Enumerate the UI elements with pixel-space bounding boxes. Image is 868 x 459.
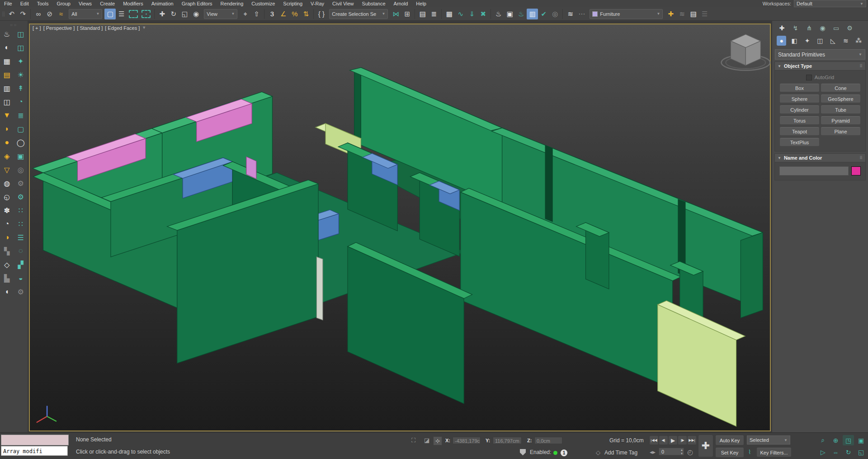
viewport-frame[interactable] <box>29 24 771 431</box>
leftbar-icon[interactable]: ▽ <box>1 166 13 174</box>
leftbar-icon[interactable]: ◖ <box>1 288 13 296</box>
menu-animation[interactable]: Animation <box>147 0 178 7</box>
leftbar-icon[interactable]: ◇ <box>1 260 13 269</box>
button-plane[interactable]: Plane <box>821 127 860 136</box>
menu-group[interactable]: Group <box>52 0 75 7</box>
orbit-icon[interactable]: ↻ <box>843 447 854 457</box>
leftbar-icon[interactable]: ▦ <box>1 57 13 66</box>
select-and-link-icon[interactable]: ∞ <box>33 9 44 19</box>
leftbar-icon[interactable]: ◎ <box>15 166 27 174</box>
object-color-swatch[interactable] <box>851 166 861 175</box>
hierarchy-tab[interactable]: ⋔ <box>804 23 814 33</box>
menu-views[interactable]: Views <box>75 0 96 7</box>
menu-tools[interactable]: Tools <box>33 0 53 7</box>
render-check-icon[interactable]: ✔ <box>538 9 549 19</box>
menu-graph-editors[interactable]: Graph Editors <box>178 0 217 7</box>
align-icon[interactable]: ⊞ <box>401 9 413 19</box>
leftbar-icon[interactable]: ▥ <box>1 84 13 93</box>
leftbar-icon[interactable]: ☰ <box>15 233 27 242</box>
leftbar-icon[interactable]: ✦ <box>15 57 27 66</box>
leftbar-icon[interactable]: ♨ <box>1 30 13 38</box>
utilities-tab[interactable]: ⚙ <box>844 23 855 33</box>
scene-explorer-icon[interactable]: ▤ <box>417 9 428 19</box>
dope-sheet-icon[interactable]: ⇓ <box>466 9 477 19</box>
leftbar-icon[interactable]: ◯ <box>15 138 27 147</box>
stack-gray-icon[interactable]: ☰ <box>699 9 710 19</box>
menu-arnold[interactable]: Arnold <box>390 0 412 7</box>
leftbar-icon[interactable]: ◫ <box>15 43 27 52</box>
line-dots-icon[interactable]: ⋯ <box>576 9 587 19</box>
activeshade-icon[interactable]: ▥ <box>527 9 538 19</box>
create-new-layer-icon[interactable]: ✚ <box>665 9 676 19</box>
named-selection-dropdown[interactable]: Create Selection Se▼ <box>329 9 388 19</box>
leftbar-icon[interactable]: ⚙ <box>15 179 27 188</box>
button-sphere[interactable]: Sphere <box>780 95 819 103</box>
leftbar-icon[interactable]: ▚ <box>1 247 13 256</box>
button-pyramid[interactable]: Pyramid <box>821 116 860 125</box>
viewport-menu-pov[interactable]: [ Perspective ] <box>43 25 75 31</box>
space-warps-tab[interactable]: ≋ <box>841 36 850 46</box>
layer-explorer-icon[interactable]: ≣ <box>428 9 439 19</box>
leftbar-icon[interactable]: ◒ <box>15 274 27 282</box>
maximize-viewport-icon[interactable]: ◱ <box>855 447 867 457</box>
leftbar-icon[interactable]: ◌ <box>15 247 27 255</box>
select-and-place-icon[interactable]: ◉ <box>190 9 202 19</box>
leftbar-icon[interactable]: ☀ <box>15 71 27 79</box>
leftbar-icon[interactable]: ▼ <box>1 111 13 119</box>
motion-mixer-icon[interactable]: ✖ <box>477 9 489 19</box>
add-time-tag-label[interactable]: Add Time Tag <box>604 450 637 456</box>
y-coordinate-field[interactable]: 116,797cm <box>493 437 522 444</box>
geometry-tab[interactable]: ● <box>777 36 786 46</box>
leftbar-icon[interactable]: ● <box>1 138 13 147</box>
snaps-toggle-icon[interactable]: 3 <box>266 9 278 19</box>
leftbar-icon[interactable]: ▤ <box>1 71 13 79</box>
maxscript-mini-listener-pink[interactable] <box>1 435 69 445</box>
select-and-rotate-icon[interactable]: ↻ <box>168 9 179 19</box>
field-of-view-icon[interactable]: ▷ <box>817 447 829 457</box>
zoom-extents-all-icon[interactable]: ▣ <box>855 435 867 445</box>
window-crossing-icon[interactable]: ▪ <box>142 10 151 18</box>
leftbar-icon[interactable]: ◈ <box>1 152 13 161</box>
object-type-rollout-header[interactable]: ▼ Object Type ⠿ <box>774 62 866 71</box>
viewport-menu-shading[interactable]: [ Standard ] <box>77 25 103 31</box>
left-toolbar-drag-handle-icon[interactable]: ⠶⠶ <box>0 23 28 27</box>
button-geosphere[interactable]: GeoSphere <box>821 95 860 103</box>
leftbar-icon[interactable]: ◑ <box>1 233 13 241</box>
display-tab[interactable]: ▭ <box>831 23 841 33</box>
select-object-icon[interactable]: ▢ <box>104 9 116 19</box>
go-to-start-button[interactable]: |◀◀ <box>650 436 658 445</box>
name-color-rollout-header[interactable]: ▼ Name and Color ⠿ <box>774 153 866 162</box>
key-selection-dropdown[interactable]: Selected ▼ <box>747 435 790 445</box>
zoom-icon[interactable]: ⌕ <box>817 435 829 445</box>
current-frame-field[interactable]: 0 ▲▼ <box>659 448 684 455</box>
button-torus[interactable]: Torus <box>780 116 819 125</box>
rectangular-selection-region-icon[interactable] <box>129 10 138 18</box>
key-tangent-icon[interactable]: ⌇ <box>748 449 751 455</box>
leftbar-icon[interactable]: ▙ <box>1 274 13 283</box>
button-cylinder[interactable]: Cylinder <box>780 105 819 114</box>
frame-spinner[interactable]: ▲▼ <box>680 448 683 455</box>
autogrid-checkbox[interactable] <box>806 75 812 80</box>
leftbar-icon[interactable]: ◐ <box>1 43 13 52</box>
leftbar-icon[interactable]: ◫ <box>15 30 27 38</box>
maxscript-mini-listener-white[interactable]: Array modifi <box>1 446 68 456</box>
mirror-icon[interactable]: ⋈ <box>390 9 401 19</box>
filter-funnel-icon[interactable]: ▼ <box>142 25 146 31</box>
leftbar-icon[interactable]: ▢ <box>15 125 27 133</box>
button-tube[interactable]: Tube <box>821 105 860 114</box>
menu-substance[interactable]: Substance <box>358 0 390 7</box>
next-frame-button[interactable]: |▶ <box>678 436 687 445</box>
select-and-move-icon[interactable]: ✚ <box>156 9 168 19</box>
create-tab[interactable]: ✚ <box>777 23 787 33</box>
set-key-button[interactable]: Set Key <box>716 448 744 457</box>
leftbar-icon[interactable]: ✽ <box>1 206 13 215</box>
leftbar-icon[interactable]: ◫ <box>1 98 13 106</box>
lights-tab[interactable]: ✦ <box>802 36 812 46</box>
auto-key-button[interactable]: Auto Key <box>716 435 744 445</box>
rendered-frame-icon[interactable]: ▣ <box>504 9 515 19</box>
systems-tab[interactable]: ⁂ <box>854 36 863 46</box>
z-coordinate-field[interactable]: 0,0cm <box>534 437 562 444</box>
render-production-icon[interactable]: ♨ <box>515 9 527 19</box>
button-box[interactable]: Box <box>780 84 819 92</box>
button-teapot[interactable]: Teapot <box>780 127 819 136</box>
